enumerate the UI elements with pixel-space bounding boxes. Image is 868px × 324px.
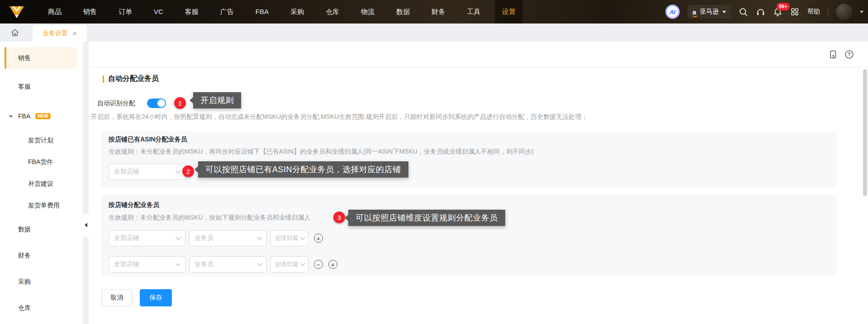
toggle-knob: [157, 99, 165, 107]
page-title-text: 自动分配业务员: [108, 74, 159, 84]
nav-item-fba[interactable]: FBA: [248, 0, 276, 23]
scrollbar-thumb[interactable]: [863, 69, 867, 196]
salesman-select[interactable]: 业务员: [189, 256, 267, 272]
cancel-button[interactable]: 取消: [102, 289, 132, 306]
add-row-icon[interactable]: +: [314, 234, 323, 243]
sidebar-item-purchase[interactable]: 采购: [0, 268, 83, 295]
salesman-select[interactable]: 业务员: [189, 230, 267, 246]
performance-owner-select[interactable]: 业绩归属: [270, 230, 308, 246]
nav-item-tools[interactable]: 工具: [460, 0, 488, 23]
auto-assign-label: 自动识别分配: [97, 99, 135, 108]
sidebar-item-finance[interactable]: 财务: [0, 242, 83, 268]
ai-assistant-icon[interactable]: AI: [665, 5, 680, 19]
panel-assign-by-asin: 按店铺已有ASIN分配业务员 生效规则：未分配业务员的MSKU，将同步对应店铺下…: [101, 131, 837, 187]
tab-bar: 业务设置 ×: [0, 23, 868, 42]
apps-grid-icon[interactable]: [790, 7, 800, 17]
content-header-icons: ? ?: [829, 50, 854, 61]
home-icon[interactable]: [10, 28, 20, 39]
marketplace-switcher[interactable]: a 亚马逊: [688, 5, 731, 19]
panel-assign-by-shop: 按店铺分配业务员 生效规则：未分配业务员的MSKU，按如下规则分配业务员和业绩归…: [101, 195, 837, 277]
chevron-down-icon: [300, 235, 305, 239]
shop-select[interactable]: 全部店铺: [109, 230, 185, 246]
save-button[interactable]: 保存: [140, 289, 172, 306]
tooltip-enable-rule: 开启规则: [193, 92, 241, 108]
sidebar-item-restock-advice[interactable]: 补货建议: [0, 173, 83, 194]
avatar[interactable]: [836, 4, 852, 20]
auto-assign-description: 开启后，系统将在24小时内，按照配置规则，自动完成未分配MSKU的业务员分配;M…: [91, 113, 588, 121]
notification-count-badge: 99+: [777, 3, 790, 10]
step-badge-3: 3: [333, 211, 345, 223]
svg-text:?: ?: [832, 55, 835, 59]
sidebar-item-fba[interactable]: FBA NEW: [0, 103, 83, 129]
auto-assign-toggle[interactable]: [147, 99, 166, 108]
marketplace-label: 亚马逊: [700, 8, 719, 16]
nav-item-service[interactable]: 客服: [178, 0, 206, 23]
search-icon[interactable]: [739, 7, 748, 17]
chevron-down-icon: [175, 168, 180, 173]
main-content: ? ? 自动分配业务员 自动识别分配 1 开启规则 开启后，系统将在24小时内，…: [89, 42, 868, 324]
settings-sidebar: 销售 客服 FBA NEW 发货计划 FBA货件 补货建议 发货单费用 数据 财…: [0, 42, 83, 324]
nav-item-finance[interactable]: 财务: [424, 0, 452, 23]
main-menu: 商品 销售 订单 VC 客服 广告 FBA 采购 仓库 物流 数据 财务 工具 …: [37, 0, 526, 23]
assign-rule-row: 全部店铺 业务员 业绩归属 +: [109, 230, 323, 246]
tooltip-asin-assign: 可以按照店铺已有ASIN分配业务员，选择对应的店铺: [198, 161, 408, 178]
help-link[interactable]: 帮助: [807, 8, 820, 16]
sidebar-item-fba-shipment[interactable]: FBA货件: [0, 151, 83, 173]
amazon-logo-icon: a: [693, 9, 696, 15]
select-placeholder: 全部店铺: [114, 260, 176, 268]
top-nav: 商品 销售 订单 VC 客服 广告 FBA 采购 仓库 物流 数据 财务 工具 …: [0, 0, 868, 23]
nav-item-vc[interactable]: VC: [147, 0, 171, 23]
sidebar-collapse-handle[interactable]: [83, 213, 89, 237]
step-badge-2: 2: [182, 165, 194, 177]
step-badge-1: 1: [174, 97, 186, 109]
chevron-down-icon: [175, 235, 180, 239]
chevron-down-icon: [257, 261, 262, 266]
sidebar-item-service[interactable]: 客服: [0, 73, 83, 99]
doc-help-icon[interactable]: ?: [829, 50, 838, 61]
nav-item-warehouse[interactable]: 仓库: [318, 0, 346, 23]
close-icon[interactable]: ×: [72, 30, 77, 38]
tab-label: 业务设置: [43, 29, 68, 38]
sidebar-item-warehouse[interactable]: 仓库: [0, 295, 83, 321]
app-logo-icon[interactable]: [8, 5, 25, 19]
sidebar-item-shipping-fee[interactable]: 发货单费用: [0, 194, 83, 216]
panel-rule-text: 生效规则：未分配业务员的MSKU，将同步对应店铺下【已有ASIN】的业务员和业绩…: [109, 148, 534, 156]
remove-row-icon[interactable]: −: [314, 260, 323, 269]
notifications-bell-icon[interactable]: 99+: [773, 7, 783, 17]
panel-rule-text: 生效规则：未分配业务员的MSKU，按如下规则分配业务员和业绩归属人: [109, 214, 310, 222]
panel-heading: 按店铺分配业务员: [109, 201, 159, 209]
chevron-down-icon: [257, 235, 262, 239]
tab-business-settings[interactable]: 业务设置 ×: [33, 25, 87, 42]
support-headset-icon[interactable]: [756, 7, 765, 16]
select-placeholder: 业务员: [194, 234, 258, 242]
sidebar-item-sales[interactable]: 销售: [5, 47, 76, 69]
new-badge: NEW: [35, 113, 50, 119]
sidebar-item-shipping-plan[interactable]: 发货计划: [0, 129, 83, 151]
sidebar-item-data[interactable]: 数据: [0, 216, 83, 242]
select-placeholder: 业绩归属: [275, 260, 301, 268]
nav-item-sales[interactable]: 销售: [76, 0, 104, 23]
nav-item-logistics[interactable]: 物流: [354, 0, 382, 23]
add-row-icon[interactable]: +: [328, 260, 337, 269]
nav-item-purchase[interactable]: 采购: [283, 0, 311, 23]
shop-select[interactable]: 全部店铺: [109, 256, 185, 272]
help-circle-icon[interactable]: ?: [844, 50, 854, 61]
select-placeholder: 业绩归属: [275, 234, 301, 242]
chevron-down-icon: [175, 261, 180, 266]
nav-item-data[interactable]: 数据: [389, 0, 417, 23]
assign-rule-row: 全部店铺 业务员 业绩归属 − +: [109, 256, 337, 272]
tooltip-shop-rule: 可以按照店铺维度设置规则分配业务员: [348, 210, 505, 226]
chevron-down-icon[interactable]: [860, 11, 863, 13]
nav-item-products[interactable]: 商品: [41, 0, 69, 23]
select-placeholder: 全部店铺: [114, 234, 176, 242]
page-title: 自动分配业务员: [103, 74, 159, 84]
chevron-down-icon: [722, 11, 726, 13]
chevron-down-icon: [300, 261, 305, 266]
nav-item-settings[interactable]: 设置: [495, 0, 523, 23]
select-placeholder: 业务员: [194, 260, 258, 268]
sidebar-item-label: FBA: [18, 113, 30, 120]
nav-item-orders[interactable]: 订单: [111, 0, 139, 23]
performance-owner-select[interactable]: 业绩归属: [270, 256, 308, 272]
nav-item-ads[interactable]: 广告: [213, 0, 241, 23]
shop-select[interactable]: 全部店铺: [109, 164, 185, 180]
